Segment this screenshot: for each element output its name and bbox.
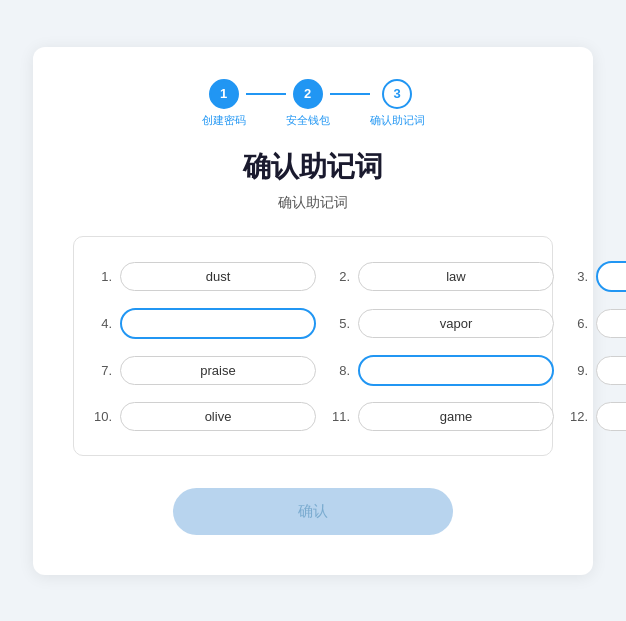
- word-input-1[interactable]: [120, 262, 316, 291]
- step-3-circle: 3: [382, 79, 412, 109]
- confirm-button[interactable]: 确认: [173, 488, 453, 535]
- step-3: 3 确认助记词: [370, 79, 425, 128]
- word-item-3: 3.: [566, 261, 626, 292]
- word-input-12[interactable]: [596, 402, 626, 431]
- word-item-1: 1.: [90, 261, 316, 292]
- step-1: 1 创建密码: [202, 79, 246, 128]
- word-item-9: 9.: [566, 355, 626, 386]
- step-3-label: 确认助记词: [370, 113, 425, 128]
- word-item-2: 2.: [328, 261, 554, 292]
- stepper: 1 创建密码 2 安全钱包 3 确认助记词: [73, 79, 553, 128]
- main-title: 确认助记词: [73, 148, 553, 186]
- word-item-12: 12.: [566, 402, 626, 431]
- word-input-4[interactable]: [120, 308, 316, 339]
- word-item-8: 8.: [328, 355, 554, 386]
- word-item-6: 6.: [566, 308, 626, 339]
- word-input-8[interactable]: [358, 355, 554, 386]
- word-index-5: 5.: [328, 316, 350, 331]
- word-index-10: 10.: [90, 409, 112, 424]
- word-index-9: 9.: [566, 363, 588, 378]
- word-index-4: 4.: [90, 316, 112, 331]
- word-input-10[interactable]: [120, 402, 316, 431]
- word-input-7[interactable]: [120, 356, 316, 385]
- step-2-circle: 2: [293, 79, 323, 109]
- word-item-11: 11.: [328, 402, 554, 431]
- word-input-6[interactable]: [596, 309, 626, 338]
- sub-title: 确认助记词: [73, 194, 553, 212]
- word-input-2[interactable]: [358, 262, 554, 291]
- word-index-1: 1.: [90, 269, 112, 284]
- word-item-5: 5.: [328, 308, 554, 339]
- word-input-3[interactable]: [596, 261, 626, 292]
- word-index-2: 2.: [328, 269, 350, 284]
- word-item-10: 10.: [90, 402, 316, 431]
- step-1-label: 创建密码: [202, 113, 246, 128]
- word-index-8: 8.: [328, 363, 350, 378]
- step-connector-2: [330, 93, 370, 95]
- step-1-circle: 1: [209, 79, 239, 109]
- word-input-5[interactable]: [358, 309, 554, 338]
- word-index-11: 11.: [328, 409, 350, 424]
- page-container: 1 创建密码 2 安全钱包 3 确认助记词 确认助记词 确认助记词 1.2.3.…: [33, 47, 593, 575]
- word-input-11[interactable]: [358, 402, 554, 431]
- word-index-12: 12.: [566, 409, 588, 424]
- word-index-7: 7.: [90, 363, 112, 378]
- word-index-6: 6.: [566, 316, 588, 331]
- word-input-9[interactable]: [596, 356, 626, 385]
- word-item-4: 4.: [90, 308, 316, 339]
- step-2: 2 安全钱包: [286, 79, 330, 128]
- word-item-7: 7.: [90, 355, 316, 386]
- step-2-label: 安全钱包: [286, 113, 330, 128]
- step-connector-1: [246, 93, 286, 95]
- word-index-3: 3.: [566, 269, 588, 284]
- word-grid: 1.2.3.4.5.6.7.8.9.10.11.12.: [73, 236, 553, 456]
